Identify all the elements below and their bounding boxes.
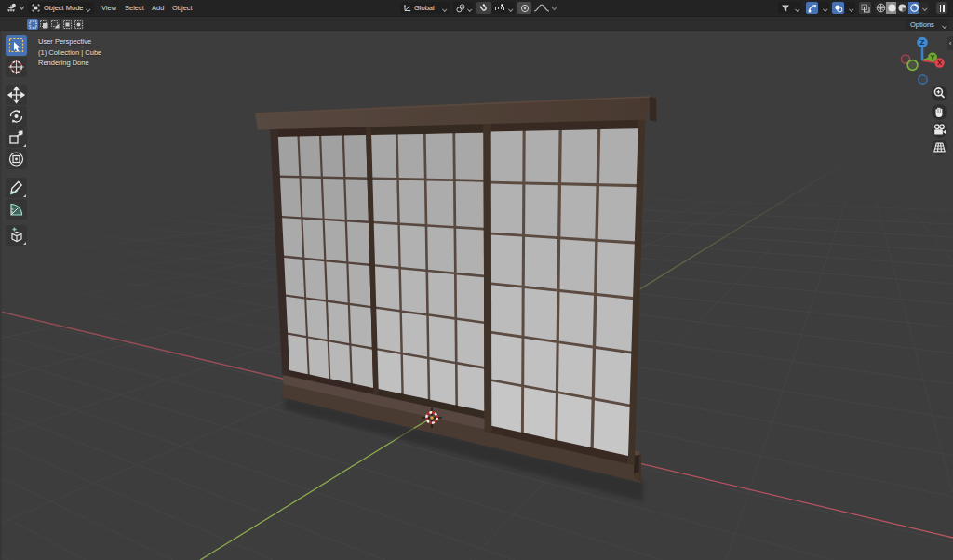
svg-text:Y: Y	[930, 53, 934, 61]
svg-text:Z: Z	[920, 38, 925, 47]
svg-text:X: X	[937, 59, 942, 67]
